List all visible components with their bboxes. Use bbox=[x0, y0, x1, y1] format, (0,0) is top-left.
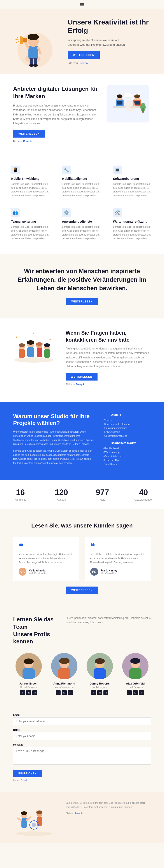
digital-title: Anbieter digitaler Lösungen für Ihre Mar… bbox=[13, 85, 98, 100]
facebook-icon-2[interactable]: f bbox=[91, 690, 96, 695]
svg-line-9 bbox=[17, 37, 19, 38]
team-member-2: Jonny Roberts Webdesigner f ig in bbox=[84, 653, 116, 695]
author-role-1: Web-Entwickler bbox=[101, 572, 118, 575]
svg-point-27 bbox=[125, 101, 136, 112]
svg-point-48 bbox=[24, 658, 34, 664]
stats-section: 16 Rangfolge 120 Kunden 977 Fälle 40 Aus… bbox=[0, 480, 164, 509]
svg-point-19 bbox=[117, 94, 123, 98]
svg-rect-38 bbox=[37, 348, 42, 358]
facebook-icon-3[interactable]: f bbox=[127, 690, 132, 695]
digital-left: Anbieter digitaler Lösungen für Ihre Mar… bbox=[13, 85, 98, 148]
svg-line-10 bbox=[16, 39, 19, 40]
svg-rect-41 bbox=[44, 349, 50, 358]
form-credit: Bild von Freepik bbox=[13, 779, 151, 781]
hero-cta-button[interactable]: WEITERLESEN bbox=[68, 52, 100, 59]
facebook-icon-1[interactable]: f bbox=[56, 690, 61, 695]
testimonials-title: Lesen Sie, was unsere Kunden sagen bbox=[13, 522, 151, 529]
bottom-right: Sample text. Click to select the text bo… bbox=[66, 801, 151, 815]
service-card-4: ⚙️ Anwendungsdienste Sample text. Click … bbox=[60, 206, 104, 243]
contact-cta-button[interactable]: WEITERLESEN bbox=[66, 373, 98, 380]
testimonial-card-0: ❝ sed ut labore et dolore faucibus fugit… bbox=[13, 537, 79, 581]
testimonials-cta-button[interactable]: WEITERLESEN bbox=[66, 587, 98, 594]
email-field[interactable] bbox=[13, 717, 151, 725]
why-desc1: Unser Mission ist es, erfogreiche Partne… bbox=[13, 430, 94, 446]
svg-rect-61 bbox=[129, 668, 141, 679]
team-member-name-2: Jonny Roberts bbox=[84, 682, 116, 685]
digital-cta-button[interactable]: WEITERLESEN bbox=[13, 130, 45, 137]
digital-illustration bbox=[107, 85, 151, 122]
contact-right: Wenn Sie Fragen haben, kontaktieren Sie … bbox=[66, 329, 151, 391]
svg-rect-53 bbox=[58, 668, 70, 679]
submit-button[interactable]: EINREICHEN bbox=[13, 770, 42, 777]
author-info-0: Celia Almeda Web-Entwicklerin bbox=[29, 569, 46, 575]
name-field[interactable] bbox=[13, 732, 151, 740]
bottom-section: Sample text. Click to select the text bo… bbox=[0, 792, 164, 843]
why-section: Warum unser Studio für Ihre Projekte wäh… bbox=[0, 402, 164, 480]
list-item: Familienbereich bbox=[103, 446, 151, 450]
svg-rect-35 bbox=[27, 347, 34, 357]
hamburger-icon[interactable] bbox=[80, 3, 84, 6]
facebook-icon-0[interactable]: f bbox=[20, 690, 25, 695]
service-icon-4: ⚙️ bbox=[62, 209, 71, 217]
why-left: Warum unser Studio für Ihre Projekte wäh… bbox=[13, 413, 94, 469]
testimonial-text-0: sed ut labore et dolore faucibus fugit. … bbox=[19, 552, 74, 564]
svg-rect-49 bbox=[23, 668, 35, 679]
author-name-0: Celia Almeda bbox=[29, 569, 46, 572]
why-services-title: → Dienste bbox=[103, 413, 151, 416]
team-member-role-2: Webdesigner bbox=[84, 686, 116, 688]
inspiration-cta-button[interactable]: WEITERLESEN bbox=[66, 298, 98, 305]
message-label: Message bbox=[13, 743, 151, 746]
team-member-0: Jeffrey Brown Brand-Designer f ig in bbox=[13, 653, 44, 695]
stat-number-0: 16 bbox=[4, 488, 36, 497]
service-desc-1: Sample text. Click to select the text bo… bbox=[62, 182, 102, 197]
bottom-description: Sample text. Click to select the text bo… bbox=[66, 801, 151, 809]
instagram-icon-3[interactable]: ig bbox=[133, 690, 138, 695]
list-item: Entwurfsarbeit bbox=[103, 430, 151, 434]
digital-credit: Bild von Freepik bbox=[13, 139, 98, 144]
service-desc-2: Sample text. Click to select the text bo… bbox=[113, 182, 153, 197]
svg-point-4 bbox=[28, 34, 39, 40]
instagram-icon-1[interactable]: ig bbox=[62, 690, 67, 695]
inspiration-text: Wir entwerfen von Menschen inspirierte E… bbox=[18, 267, 146, 292]
author-info-1: Frank Kinney Web-Entwickler bbox=[101, 569, 118, 575]
list-item: Grundlagenforschung bbox=[103, 426, 151, 430]
svg-point-42 bbox=[14, 358, 54, 363]
svg-rect-8 bbox=[23, 38, 27, 42]
svg-point-56 bbox=[95, 658, 105, 664]
team-member-role-0: Brand-Designer bbox=[13, 686, 44, 688]
linkedin-icon-1[interactable]: in bbox=[68, 690, 73, 695]
stat-number-1: 120 bbox=[45, 488, 78, 497]
why-title: Warum unser Studio für Ihre Projekte wäh… bbox=[13, 413, 94, 427]
service-title-3: Teamerweiterung bbox=[11, 220, 51, 223]
team-member-name-3: Alex Grönfeld bbox=[120, 682, 151, 685]
bottom-credit: Bild von Freepik bbox=[66, 811, 151, 815]
stat-faelle: 977 Fälle bbox=[82, 480, 123, 509]
service-title-2: Softwareberatung bbox=[113, 177, 153, 180]
team-title-block: Lernen Sie das Team Unsere Profis kennen bbox=[13, 616, 57, 645]
stat-label-3: Auszeichnungen bbox=[128, 498, 160, 501]
instagram-icon-2[interactable]: ig bbox=[97, 690, 102, 695]
team-photo-1 bbox=[51, 653, 77, 679]
linkedin-icon-0[interactable]: in bbox=[32, 690, 37, 695]
linkedin-icon-2[interactable]: in bbox=[103, 690, 108, 695]
svg-rect-24 bbox=[117, 101, 123, 104]
team-photo-3 bbox=[122, 653, 149, 679]
list-item: Tourifliktiker bbox=[103, 462, 151, 466]
instagram-icon-0[interactable]: ig bbox=[26, 690, 31, 695]
contact-description: Prüfung des betrieblichen Änderungsmanag… bbox=[66, 346, 151, 369]
team-member-name-1: Anna Richmond bbox=[49, 682, 80, 685]
team-member-name-0: Jeffrey Brown bbox=[13, 682, 44, 685]
team-section: Lernen Sie das Team Unsere Profis kennen… bbox=[0, 605, 164, 706]
name-label: Name bbox=[13, 728, 151, 731]
team-title: Lernen Sie das Team Unsere Profis kennen bbox=[13, 616, 57, 645]
message-field[interactable] bbox=[13, 747, 151, 765]
service-title-1: Mobilitätsdienste bbox=[62, 177, 102, 180]
testimonials-grid: ❝ sed ut labore et dolore faucibus fugit… bbox=[13, 537, 151, 581]
services-grid: 📱 Mobile Entwicklung Sample text. Click … bbox=[0, 159, 164, 254]
svg-line-66 bbox=[18, 818, 22, 820]
linkedin-icon-3[interactable]: in bbox=[139, 690, 144, 695]
team-description: Lorem ipsum dolor sit amet consectetur a… bbox=[66, 616, 151, 645]
list-item: Geschäftsbereich bbox=[103, 454, 151, 458]
social-icons-0: f ig in bbox=[13, 690, 44, 695]
stat-rangfolge: 16 Rangfolge bbox=[0, 480, 41, 509]
